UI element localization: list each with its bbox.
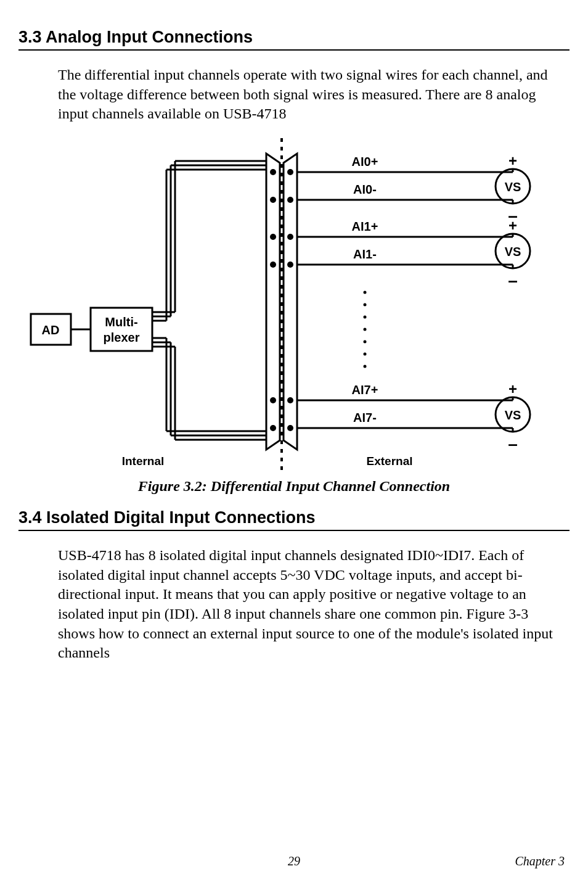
ai7-minus: AI7-	[353, 411, 377, 424]
svg-point-21	[287, 234, 293, 240]
ai7-plus: AI7+	[352, 383, 378, 397]
external-label: External	[367, 455, 413, 468]
svg-point-19	[287, 169, 293, 175]
svg-text:–: –	[508, 434, 518, 453]
chapter-label: Chapter 3	[515, 854, 565, 868]
svg-text:+: +	[508, 381, 517, 397]
svg-point-16	[270, 262, 276, 268]
mux-label-2: plexer	[104, 331, 140, 344]
svg-point-43	[364, 291, 367, 294]
ai1-minus: AI1-	[353, 247, 377, 261]
svg-point-20	[287, 197, 293, 203]
svg-point-22	[287, 262, 293, 268]
vs0: VS	[505, 180, 521, 194]
svg-point-17	[270, 397, 276, 403]
internal-label: Internal	[122, 455, 165, 468]
svg-point-46	[364, 328, 367, 331]
mux-label-1: Multi-	[105, 315, 137, 329]
section-heading-34: 3.4 Isolated Digital Input Connections	[18, 508, 570, 531]
ad-label: AD	[42, 323, 60, 337]
svg-point-47	[364, 340, 367, 344]
ai0-minus: AI0-	[353, 183, 377, 196]
svg-point-15	[270, 234, 276, 240]
svg-text:+: +	[508, 217, 517, 234]
page-number: 29	[288, 854, 300, 868]
svg-point-13	[270, 169, 276, 175]
svg-point-49	[364, 365, 367, 368]
svg-point-14	[270, 197, 276, 203]
figure-3-2: AD Multi- plexer	[18, 135, 570, 474]
ai1-plus: AI1+	[352, 220, 378, 233]
section-34-body: USB-4718 has 8 isolated digital input ch…	[58, 546, 563, 663]
svg-text:–: –	[508, 271, 518, 290]
vs7: VS	[505, 408, 521, 422]
svg-text:+: +	[508, 152, 517, 169]
svg-point-23	[287, 397, 293, 403]
svg-point-44	[364, 303, 367, 307]
section-33-body: The differential input channels operate …	[58, 65, 563, 124]
ai0-plus: AI0+	[352, 155, 378, 168]
svg-point-24	[287, 425, 293, 431]
svg-point-18	[270, 425, 276, 431]
figure-caption: Figure 3.2: Differential Input Channel C…	[18, 478, 570, 495]
svg-point-48	[364, 353, 367, 356]
section-heading-33: 3.3 Analog Input Connections	[18, 28, 570, 51]
svg-point-45	[364, 316, 367, 319]
vs1: VS	[505, 245, 521, 258]
svg-rect-2	[91, 308, 152, 351]
